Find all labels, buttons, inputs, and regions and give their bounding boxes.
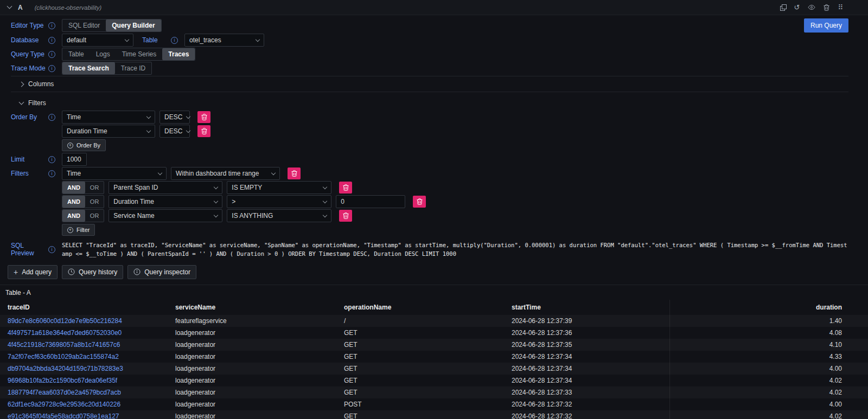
- trace-id-link[interactable]: 4f497571a618e364ed7ded60752030e0: [8, 329, 122, 337]
- sql-preview-label: SQL Preview: [11, 242, 58, 257]
- chevron-down-icon: [323, 184, 327, 189]
- filter-operator-select[interactable]: Within dashboard time range: [171, 167, 280, 180]
- info-icon[interactable]: [48, 170, 55, 177]
- trace-id-link[interactable]: 62df1ec9a29728c9e29536c20d140226: [8, 401, 120, 408]
- conjunction-or[interactable]: OR: [85, 210, 104, 222]
- datasource-name: (clickhouse-observability): [35, 4, 102, 11]
- duration-cell: 4.10: [669, 339, 868, 351]
- filter-value-input[interactable]: [336, 195, 405, 208]
- remove-order-by-button[interactable]: [197, 125, 210, 137]
- chevron-down-icon: [214, 198, 218, 203]
- trace-id-link[interactable]: e91c3645f04fa5e58adcd0758e1ea127: [8, 412, 119, 419]
- column-header-servicename[interactable]: serviceName: [168, 300, 337, 315]
- filter-field-select[interactable]: Service Name: [108, 209, 222, 222]
- conjunction-and[interactable]: AND: [62, 182, 85, 194]
- order-by-direction-select[interactable]: DESC: [159, 111, 190, 124]
- trace-id-link[interactable]: 1887794f7eaa6037d0e2a4579bcd7acb: [8, 389, 121, 396]
- conjunction-or[interactable]: OR: [85, 196, 104, 208]
- conjunction-or[interactable]: OR: [85, 182, 104, 194]
- start-time-cell: 2024-06-28 12:37:36: [505, 327, 669, 339]
- remove-filter-button[interactable]: [288, 167, 301, 179]
- add-order-by-button[interactable]: Order By: [62, 139, 106, 151]
- history-icon[interactable]: ↺: [794, 4, 800, 11]
- column-header-traceid[interactable]: traceID: [0, 300, 168, 315]
- remove-filter-button[interactable]: [339, 210, 352, 222]
- filter-field-select[interactable]: Time: [62, 167, 167, 180]
- chevron-down-icon: [146, 128, 151, 132]
- remove-filter-button[interactable]: [413, 196, 426, 208]
- drag-handle-icon[interactable]: ⠿: [838, 4, 843, 11]
- table-select[interactable]: otel_traces: [184, 34, 264, 47]
- query-type-option-traces[interactable]: Traces: [162, 48, 195, 60]
- operation-name-cell: GET: [337, 351, 505, 363]
- filters-label: Filters: [11, 170, 58, 177]
- info-icon[interactable]: [48, 65, 55, 72]
- operation-name-cell: GET: [337, 363, 505, 375]
- query-history-button[interactable]: Query history: [62, 265, 123, 279]
- info-icon[interactable]: [171, 37, 178, 44]
- service-name-cell: loadgenerator: [168, 375, 337, 386]
- query-ref-id: A: [18, 4, 23, 11]
- duration-cell: 4.00: [669, 363, 868, 375]
- remove-order-by-button[interactable]: [197, 111, 210, 123]
- run-query-button[interactable]: Run Query: [804, 18, 848, 33]
- order-by-field-select[interactable]: Duration Time: [62, 125, 155, 138]
- trace-mode-row: Trace Mode Trace Search Trace ID: [11, 62, 848, 75]
- query-type-option-logs[interactable]: Logs: [90, 48, 116, 60]
- trace-mode-option-trace-search[interactable]: Trace Search: [62, 62, 115, 74]
- info-icon[interactable]: [48, 51, 55, 58]
- query-footer-actions: + Add query Query history Query inspecto…: [0, 260, 868, 279]
- duration-cell: 4.33: [669, 351, 868, 363]
- order-by-field-select[interactable]: Time: [62, 111, 155, 124]
- duplicate-icon[interactable]: [780, 4, 786, 10]
- database-select[interactable]: default: [62, 34, 133, 47]
- editor-type-option-sql-editor[interactable]: SQL Editor: [62, 20, 106, 31]
- limit-input[interactable]: [62, 153, 87, 166]
- column-header-duration[interactable]: duration: [669, 300, 868, 315]
- info-icon[interactable]: [48, 246, 55, 253]
- query-builder-editor: Editor Type SQL Editor Query Builder Run…: [0, 15, 868, 259]
- plus-circle-icon: [67, 143, 73, 149]
- conjunction-and[interactable]: AND: [62, 196, 85, 208]
- info-icon[interactable]: [48, 156, 55, 163]
- query-type-option-time-series[interactable]: Time Series: [116, 48, 163, 60]
- table-row: e91c3645f04fa5e58adcd0758e1ea127 loadgen…: [0, 410, 868, 419]
- start-time-cell: 2024-06-28 12:37:34: [505, 375, 669, 386]
- duration-cell: 4.02: [669, 386, 868, 398]
- info-icon[interactable]: [48, 37, 55, 44]
- trace-id-link[interactable]: 96968b10fa2b2c1590bc67dea06ef35f: [8, 377, 117, 384]
- trace-mode-option-trace-id[interactable]: Trace ID: [115, 62, 152, 74]
- filter-operator-select[interactable]: IS EMPTY: [227, 181, 331, 194]
- trace-id-link[interactable]: 89dc7e8c6060c0d12de7e9b50c216284: [8, 317, 122, 325]
- plus-icon: +: [14, 268, 18, 276]
- operation-name-cell: POST: [337, 398, 505, 410]
- filter-operator-select[interactable]: IS ANYTHING: [227, 209, 331, 222]
- conjunction-and[interactable]: AND: [62, 210, 85, 222]
- add-filter-button[interactable]: Filter: [62, 224, 95, 236]
- column-header-operationname[interactable]: operationName: [337, 300, 505, 315]
- filter-field-select[interactable]: Parent Span ID: [108, 181, 222, 194]
- query-type-option-table[interactable]: Table: [62, 48, 90, 60]
- collapse-chevron-icon[interactable]: [7, 4, 12, 9]
- filter-field-select[interactable]: Duration Time: [108, 195, 222, 208]
- column-header-starttime[interactable]: startTime: [505, 300, 669, 315]
- filters-section-toggle[interactable]: Filters: [11, 95, 848, 111]
- table-row: 7a2f07ecf63c60b1029ab2ac155874a2 loadgen…: [0, 351, 868, 363]
- editor-type-option-query-builder[interactable]: Query Builder: [106, 20, 161, 31]
- order-by-direction-select[interactable]: DESC: [159, 125, 190, 138]
- start-time-cell: 2024-06-28 12:37:35: [505, 339, 669, 351]
- order-by-label: Order By: [11, 113, 58, 121]
- info-icon[interactable]: [48, 114, 55, 121]
- eye-icon[interactable]: [808, 5, 815, 10]
- add-query-button[interactable]: + Add query: [8, 265, 58, 279]
- filter-operator-select[interactable]: >: [227, 195, 331, 208]
- trace-id-link[interactable]: 7a2f07ecf63c60b1029ab2ac155874a2: [8, 353, 119, 360]
- remove-filter-button[interactable]: [339, 182, 352, 194]
- columns-section-toggle[interactable]: Columns: [11, 76, 848, 92]
- info-icon[interactable]: [48, 22, 55, 29]
- query-inspector-button[interactable]: Query inspector: [127, 265, 196, 279]
- database-label: Database: [11, 36, 58, 44]
- trace-id-link[interactable]: 4f45c21918c73698057a8b1c741657c6: [8, 341, 120, 349]
- trash-icon[interactable]: [824, 4, 829, 11]
- trace-id-link[interactable]: db9704a2bbda34204d159c71b78283e3: [8, 365, 123, 372]
